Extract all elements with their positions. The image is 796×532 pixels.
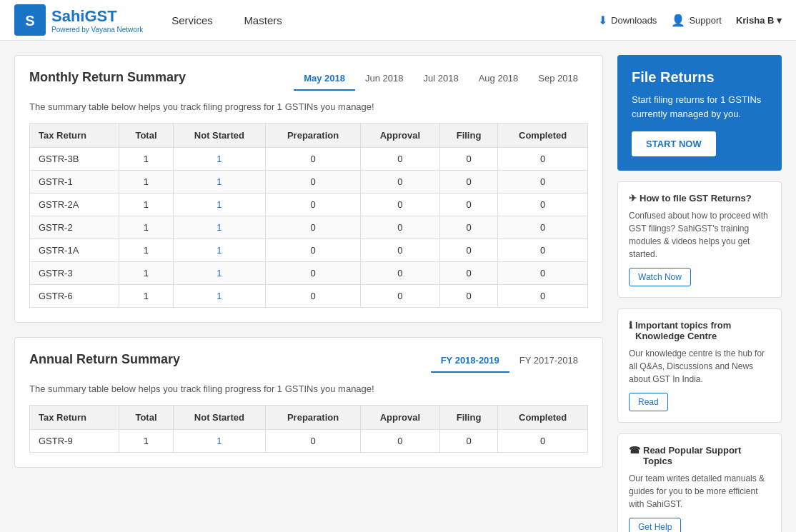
col-preparation: Preparation xyxy=(266,124,361,148)
table-row: GSTR-3 1 1 0 0 0 0 xyxy=(30,262,588,285)
logo-area: S SahiGST Powered by Vayana Network xyxy=(14,4,143,36)
cell-total: 1 xyxy=(119,194,173,216)
support-label: Support xyxy=(689,15,722,26)
table-row: GSTR-1A 1 1 0 0 0 0 xyxy=(30,239,588,262)
read-button[interactable]: Read xyxy=(629,393,668,411)
cell-total: 1 xyxy=(119,239,173,262)
cell-filing: 0 xyxy=(439,148,497,171)
how-to-file-title: ✈ How to file GST Returns? xyxy=(629,193,770,204)
cell-completed: 0 xyxy=(498,285,588,308)
knowledge-centre-title: ℹ Important topics from Knowledge Centre xyxy=(629,320,770,341)
cell-approval: 0 xyxy=(360,171,439,194)
table-row: GSTR-9 1 1 0 0 0 0 xyxy=(30,430,588,453)
cell-filing: 0 xyxy=(439,262,497,285)
cell-preparation: 0 xyxy=(266,194,361,216)
knowledge-centre-panel: ℹ Important topics from Knowledge Centre… xyxy=(617,308,782,423)
how-to-file-panel: ✈ How to file GST Returns? Confused abou… xyxy=(617,181,782,298)
knowledge-centre-description: Our knowledge centre is the hub for all … xyxy=(629,347,770,386)
acol-tax-return: Tax Return xyxy=(30,406,119,430)
support-icon: 👤 xyxy=(671,14,685,27)
cell-tax-return: GSTR-3 xyxy=(30,262,119,285)
cell-completed: 0 xyxy=(498,239,588,262)
col-filing: Filing xyxy=(439,124,497,148)
cell-preparation: 0 xyxy=(266,285,361,308)
annual-return-table: Tax Return Total Not Started Preparation… xyxy=(29,405,588,453)
cell-tax-return: GSTR-2A xyxy=(30,194,119,216)
col-tax-return: Tax Return xyxy=(30,124,119,148)
cell-approval: 0 xyxy=(360,216,439,239)
cell-completed: 0 xyxy=(498,194,588,216)
acol-approval: Approval xyxy=(360,406,439,430)
cell-approval: 0 xyxy=(360,148,439,171)
cell-not-started[interactable]: 1 xyxy=(173,285,266,308)
cell-preparation: 0 xyxy=(266,171,361,194)
cell-completed: 0 xyxy=(498,430,588,453)
support-topics-description: Our team writes detailed manuals & guide… xyxy=(629,472,770,511)
header: S SahiGST Powered by Vayana Network Serv… xyxy=(0,0,796,41)
support-action[interactable]: 👤 Support xyxy=(671,14,722,27)
cell-tax-return: GSTR-9 xyxy=(30,430,119,453)
logo-sub: Powered by Vayana Network xyxy=(51,26,143,34)
table-row: GSTR-1 1 1 0 0 0 0 xyxy=(30,171,588,194)
tab-jun-2018[interactable]: Jun 2018 xyxy=(355,67,414,91)
cell-tax-return: GSTR-1A xyxy=(30,239,119,262)
nav-masters[interactable]: Masters xyxy=(244,1,282,39)
tab-may-2018[interactable]: May 2018 xyxy=(294,67,355,91)
tab-fy-2017-2018[interactable]: FY 2017-2018 xyxy=(509,349,588,373)
watch-now-button[interactable]: Watch Now xyxy=(629,268,691,286)
downloads-icon: ⬇ xyxy=(598,14,607,27)
cell-filing: 0 xyxy=(439,430,497,453)
annual-return-section: Annual Return Summary FY 2018-2019 FY 20… xyxy=(14,337,603,468)
cell-filing: 0 xyxy=(439,171,497,194)
tab-aug-2018[interactable]: Aug 2018 xyxy=(469,67,529,91)
cell-not-started[interactable]: 1 xyxy=(173,194,266,216)
table-row: GSTR-6 1 1 0 0 0 0 xyxy=(30,285,588,308)
tab-fy-2018-2019[interactable]: FY 2018-2019 xyxy=(431,349,509,373)
cell-preparation: 0 xyxy=(266,216,361,239)
cell-total: 1 xyxy=(119,148,173,171)
support-topics-panel: ☎ Read Popular Support Topics Our team w… xyxy=(617,433,782,532)
cell-filing: 0 xyxy=(439,285,497,308)
cell-tax-return: GSTR-2 xyxy=(30,216,119,239)
col-completed: Completed xyxy=(498,124,588,148)
header-right: ⬇ Downloads 👤 Support Krisha B ▾ xyxy=(598,14,782,27)
annual-summary-text: The summary table below helps you track … xyxy=(29,383,588,394)
start-now-button[interactable]: START NOW xyxy=(632,131,716,156)
col-not-started: Not Started xyxy=(173,124,266,148)
cell-not-started[interactable]: 1 xyxy=(173,171,266,194)
main-nav: Services Masters xyxy=(171,14,311,26)
main-container: Monthly Return Summary May 2018 Jun 2018… xyxy=(0,41,796,532)
file-returns-panel: File Returns Start filing returns for 1 … xyxy=(617,55,782,171)
file-returns-description: Start filing returns for 1 GSTINs curren… xyxy=(632,93,767,121)
cell-not-started[interactable]: 1 xyxy=(173,262,266,285)
get-help-button[interactable]: Get Help xyxy=(629,518,681,532)
downloads-action[interactable]: ⬇ Downloads xyxy=(598,14,657,27)
user-menu[interactable]: Krisha B ▾ xyxy=(736,15,782,26)
cell-not-started[interactable]: 1 xyxy=(173,148,266,171)
logo-main: SahiGST xyxy=(51,7,143,26)
cell-not-started[interactable]: 1 xyxy=(173,216,266,239)
cell-filing: 0 xyxy=(439,216,497,239)
col-total: Total xyxy=(119,124,173,148)
cell-not-started[interactable]: 1 xyxy=(173,430,266,453)
monthly-return-section: Monthly Return Summary May 2018 Jun 2018… xyxy=(14,55,603,323)
cell-approval: 0 xyxy=(360,285,439,308)
cell-not-started[interactable]: 1 xyxy=(173,239,266,262)
downloads-label: Downloads xyxy=(611,15,657,26)
nav-services[interactable]: Services xyxy=(171,1,213,39)
monthly-summary-text: The summary table below helps you track … xyxy=(29,101,588,112)
svg-text:S: S xyxy=(25,13,34,29)
how-to-file-description: Confused about how to proceed with GST f… xyxy=(629,209,770,261)
tab-sep-2018[interactable]: Sep 2018 xyxy=(528,67,588,91)
cell-tax-return: GSTR-6 xyxy=(30,285,119,308)
acol-filing: Filing xyxy=(439,406,497,430)
cell-tax-return: GSTR-3B xyxy=(30,148,119,171)
cell-approval: 0 xyxy=(360,239,439,262)
cell-approval: 0 xyxy=(360,194,439,216)
cell-preparation: 0 xyxy=(266,430,361,453)
tab-jul-2018[interactable]: Jul 2018 xyxy=(414,67,469,91)
cell-total: 1 xyxy=(119,171,173,194)
acol-not-started: Not Started xyxy=(173,406,266,430)
support-topics-title: ☎ Read Popular Support Topics xyxy=(629,445,770,466)
acol-preparation: Preparation xyxy=(266,406,361,430)
